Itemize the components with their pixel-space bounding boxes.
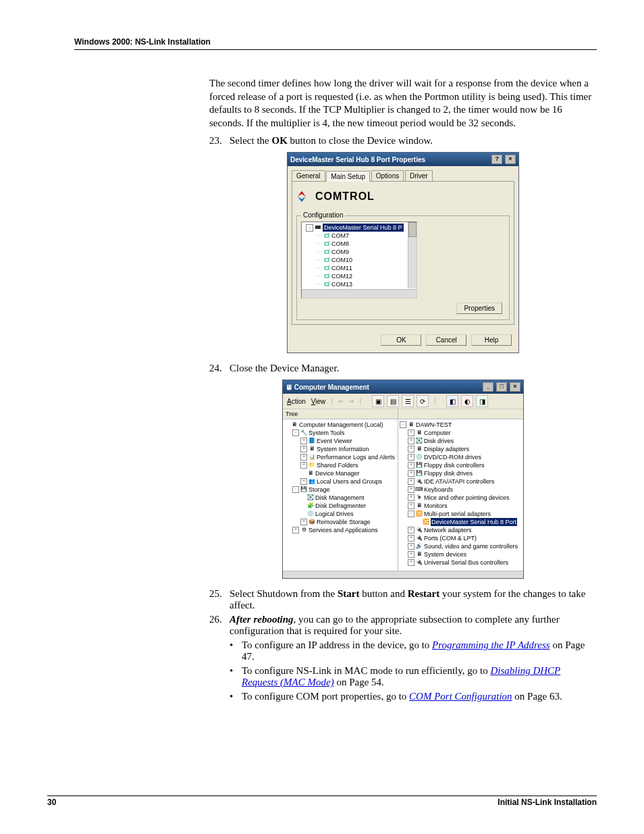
tree-port-item[interactable]: ⋯COM13 bbox=[303, 280, 415, 288]
cancel-button[interactable]: Cancel bbox=[426, 334, 466, 346]
device-tree-item[interactable]: +🔌IDE ATA/ATAPI controllers bbox=[400, 477, 522, 486]
cm-left-tree[interactable]: 🖥Computer Management (Local)-🔧System Too… bbox=[283, 419, 398, 536]
tree-toggle-icon[interactable]: + bbox=[300, 462, 307, 469]
mgmt-tree-item[interactable]: -💾Storage bbox=[284, 486, 396, 494]
help-button[interactable]: Help bbox=[471, 334, 512, 346]
tree-toggle-icon[interactable]: + bbox=[300, 519, 307, 525]
mgmt-tree-item[interactable]: 🖥Computer Management (Local) bbox=[284, 421, 396, 429]
device-tree-item[interactable]: +💾Floppy disk drives bbox=[400, 469, 522, 477]
cross-reference-link[interactable]: COM Port Configuration bbox=[409, 691, 512, 702]
cm-titlebar[interactable]: 🖥 Computer Management _ □ × bbox=[283, 380, 523, 394]
tree-toggle-icon[interactable]: + bbox=[408, 543, 414, 550]
menu-action[interactable]: Action bbox=[287, 398, 306, 405]
nav-back-icon[interactable]: ⇦ bbox=[338, 398, 344, 405]
cross-reference-link[interactable]: Programming the IP Address bbox=[432, 640, 550, 650]
tree-port-item[interactable]: ⋯COM12 bbox=[303, 272, 415, 280]
tree-port-item[interactable]: ⋯COM9 bbox=[303, 248, 415, 256]
tab-driver[interactable]: Driver bbox=[405, 170, 433, 181]
close-icon[interactable]: × bbox=[510, 382, 520, 392]
mgmt-tree-item[interactable]: +📦Removable Storage bbox=[284, 518, 396, 526]
toolbar-icon-b[interactable]: ◐ bbox=[461, 395, 473, 407]
tree-toggle-icon[interactable]: + bbox=[300, 478, 307, 485]
nav-forward-icon[interactable]: ⇨ bbox=[349, 398, 354, 405]
tree-toggle-icon[interactable]: - bbox=[408, 511, 414, 517]
toolbar-list-icon[interactable]: ▤ bbox=[387, 395, 399, 407]
cm-right-tree[interactable]: -🖥DAWN-TEST+🖥Computer+💽Disk drives+🖥Disp… bbox=[398, 419, 523, 568]
tree-toggle-icon[interactable]: + bbox=[292, 527, 299, 533]
minimize-icon[interactable]: _ bbox=[483, 382, 493, 392]
mgmt-tree-item[interactable]: +⚙Services and Applications bbox=[284, 526, 396, 534]
tree-toggle-icon[interactable]: + bbox=[408, 486, 414, 493]
mgmt-tree-item[interactable]: 🧩Disk Defragmenter bbox=[284, 502, 396, 510]
tree-port-item[interactable]: ⋯COM11 bbox=[303, 264, 415, 272]
tab-general[interactable]: General bbox=[292, 170, 325, 181]
device-tree-item[interactable]: 🔀DeviceMaster Serial Hub 8 Port bbox=[400, 518, 522, 526]
tree-toggle-icon[interactable]: - bbox=[400, 421, 406, 428]
selected-device[interactable]: DeviceMaster Serial Hub 8 Port bbox=[431, 518, 517, 526]
properties-button[interactable]: Properties bbox=[456, 303, 502, 314]
tree-toggle-icon[interactable]: + bbox=[408, 462, 414, 469]
mgmt-tree-item[interactable]: +📘Event Viewer bbox=[284, 437, 396, 445]
tree-scrollbar-horizontal[interactable] bbox=[302, 289, 417, 298]
toolbar-icon-c[interactable]: ◨ bbox=[476, 395, 488, 407]
device-tree-item[interactable]: -🖥DAWN-TEST bbox=[400, 421, 522, 429]
tree-toggle-icon[interactable]: + bbox=[408, 535, 414, 542]
device-tree-item[interactable]: +⌨Keyboards bbox=[400, 486, 522, 494]
device-tree-item[interactable]: +🖥Computer bbox=[400, 429, 522, 437]
mgmt-tree-item[interactable]: 💿Logical Drives bbox=[284, 510, 396, 518]
tab-main-setup[interactable]: Main Setup bbox=[326, 171, 370, 182]
device-tree-item[interactable]: +💾Floppy disk controllers bbox=[400, 461, 522, 469]
tree-collapse-icon[interactable]: - bbox=[306, 224, 313, 232]
device-tree[interactable]: - DeviceMaster Serial Hub 8 P ⋯COM7⋯COM8… bbox=[301, 221, 417, 298]
tree-port-item[interactable]: ⋯COM10 bbox=[303, 256, 415, 264]
tree-toggle-icon[interactable]: + bbox=[408, 446, 414, 452]
tree-toggle-icon[interactable]: + bbox=[300, 454, 307, 461]
tree-toggle-icon[interactable]: + bbox=[408, 454, 414, 461]
tree-toggle-icon[interactable]: + bbox=[408, 527, 414, 533]
tree-toggle-icon[interactable]: + bbox=[408, 494, 414, 501]
device-tree-item[interactable]: +🔊Sound, video and game controllers bbox=[400, 542, 522, 550]
toolbar-up-icon[interactable]: ▣ bbox=[372, 395, 384, 407]
tree-port-item[interactable]: ⋯COM7 bbox=[303, 232, 415, 240]
tree-scrollbar-vertical[interactable] bbox=[408, 222, 417, 288]
mgmt-tree-item[interactable]: +📊Performance Logs and Alerts bbox=[284, 453, 396, 461]
device-tree-item[interactable]: +🖥Monitors bbox=[400, 502, 522, 510]
cm-scrollbar-horizontal[interactable] bbox=[283, 571, 523, 578]
mgmt-tree-item[interactable]: 🖥Device Manager bbox=[284, 469, 396, 477]
tree-root-device[interactable]: DeviceMaster Serial Hub 8 P bbox=[323, 224, 404, 232]
mgmt-tree-item[interactable]: +👥Local Users and Groups bbox=[284, 477, 396, 486]
tree-toggle-icon[interactable]: + bbox=[408, 470, 414, 477]
menu-view[interactable]: View bbox=[311, 398, 326, 405]
mgmt-tree-item[interactable]: -🔧System Tools bbox=[284, 429, 396, 437]
tab-options[interactable]: Options bbox=[371, 170, 404, 181]
mgmt-tree-item[interactable]: +🖥System Information bbox=[284, 445, 396, 453]
close-icon[interactable]: × bbox=[505, 155, 516, 164]
device-tree-item[interactable]: +💽Disk drives bbox=[400, 437, 522, 445]
device-tree-item[interactable]: -🔀Multi-port serial adapters bbox=[400, 510, 522, 518]
toolbar-refresh-icon[interactable]: ⟳ bbox=[417, 395, 429, 407]
tree-toggle-icon[interactable]: + bbox=[408, 438, 414, 444]
device-tree-item[interactable]: +🔌Universal Serial Bus controllers bbox=[400, 558, 522, 567]
ok-button[interactable]: OK bbox=[381, 334, 421, 346]
device-tree-item[interactable]: +🖱Mice and other pointing devices bbox=[400, 494, 522, 502]
dialog-titlebar[interactable]: DeviceMaster Serial Hub 8 Port Propertie… bbox=[288, 153, 518, 166]
toolbar-icon-a[interactable]: ◧ bbox=[446, 395, 458, 407]
help-icon[interactable]: ? bbox=[491, 155, 502, 164]
tree-port-item[interactable]: ⋯COM8 bbox=[303, 240, 415, 248]
mgmt-tree-item[interactable]: +📁Shared Folders bbox=[284, 461, 396, 469]
device-tree-item[interactable]: +🔌Ports (COM & LPT) bbox=[400, 534, 522, 542]
mgmt-tree-item[interactable]: 💽Disk Management bbox=[284, 494, 396, 502]
tree-toggle-icon[interactable]: + bbox=[300, 438, 307, 444]
tree-column-header[interactable]: Tree bbox=[283, 409, 398, 419]
tree-toggle-icon[interactable]: + bbox=[408, 429, 414, 436]
maximize-icon[interactable]: □ bbox=[496, 382, 507, 392]
tree-toggle-icon[interactable]: + bbox=[408, 551, 414, 558]
tree-toggle-icon[interactable]: + bbox=[408, 559, 414, 566]
toolbar-properties-icon[interactable]: ☰ bbox=[402, 395, 414, 407]
tree-toggle-icon[interactable]: + bbox=[408, 502, 414, 509]
tree-toggle-icon[interactable]: + bbox=[300, 446, 307, 452]
tree-toggle-icon[interactable]: - bbox=[292, 429, 299, 436]
tree-toggle-icon[interactable]: + bbox=[408, 478, 414, 485]
tree-toggle-icon[interactable]: - bbox=[292, 486, 299, 493]
device-tree-item[interactable]: +🖥System devices bbox=[400, 550, 522, 558]
